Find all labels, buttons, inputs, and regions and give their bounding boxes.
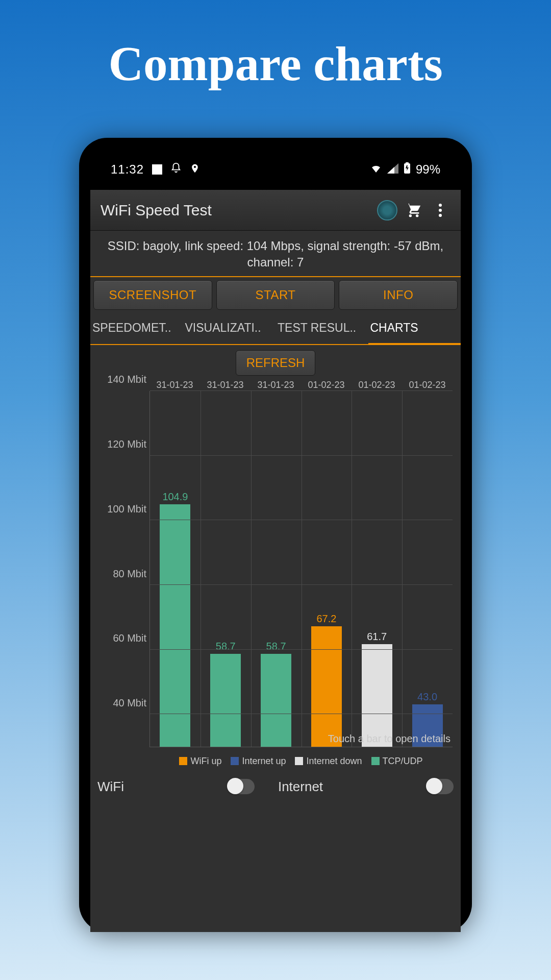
overflow-menu-button[interactable] bbox=[427, 197, 454, 224]
start-button[interactable]: START bbox=[216, 280, 335, 310]
signal-icon bbox=[387, 162, 398, 177]
x-axis-label: 01-02-23 bbox=[301, 380, 352, 390]
content-area: SSID: bagoly, link speed: 104 Mbps, sign… bbox=[90, 231, 461, 932]
wifi-toggle[interactable] bbox=[228, 779, 255, 794]
more-vert-icon bbox=[439, 204, 442, 217]
battery-percent: 99% bbox=[416, 162, 440, 177]
legend-wifi-up: WiFi up bbox=[179, 756, 221, 767]
x-axis-label: 01-02-23 bbox=[352, 380, 402, 390]
y-axis-tick: 120 Mbit bbox=[107, 438, 146, 450]
y-axis-tick: 140 Mbit bbox=[107, 373, 146, 385]
svg-rect-1 bbox=[406, 162, 409, 164]
status-time: 11:32 bbox=[111, 162, 144, 177]
x-axis-label: 31-01-23 bbox=[149, 380, 200, 390]
y-axis-tick: 80 Mbit bbox=[113, 568, 146, 579]
svg-point-3 bbox=[439, 209, 442, 212]
legend-label: WiFi up bbox=[190, 756, 221, 767]
chart-legend: WiFi up Internet up Internet down TCP/UD… bbox=[149, 756, 453, 767]
internet-toggle[interactable] bbox=[427, 779, 454, 794]
bar-wifi_up[interactable]: 67.2 bbox=[311, 626, 342, 747]
bar-slot[interactable]: 67.2 bbox=[301, 391, 352, 747]
legend-label: Internet up bbox=[242, 756, 286, 767]
bar-tcp_udp[interactable]: 58.7 bbox=[210, 654, 241, 747]
bar-value-label: 58.7 bbox=[216, 641, 236, 652]
svg-point-2 bbox=[439, 204, 442, 207]
bar-tcp_udp[interactable]: 104.9 bbox=[160, 504, 190, 747]
tab-row: SPEEDOMET.. VISUALIZATI.. TEST RESUL.. C… bbox=[90, 313, 461, 345]
x-axis-label: 01-02-23 bbox=[402, 380, 453, 390]
legend-tcp-udp: TCP/UDP bbox=[371, 756, 423, 767]
tab-visualization[interactable]: VISUALIZATI.. bbox=[183, 313, 276, 344]
chart-hint: Touch a bar to open details bbox=[328, 733, 450, 745]
toggle-row: WiFi Internet bbox=[90, 770, 461, 804]
connection-info: SSID: bagoly, link speed: 104 Mbps, sign… bbox=[90, 231, 461, 277]
bar-value-label: 61.7 bbox=[367, 631, 387, 643]
location-icon bbox=[190, 162, 200, 177]
bar-value-label: 58.7 bbox=[266, 641, 286, 652]
cart-icon bbox=[406, 202, 422, 218]
chart[interactable]: 31-01-2331-01-2331-01-2301-02-2301-02-23… bbox=[94, 382, 457, 770]
bar-slot[interactable]: 61.7 bbox=[352, 391, 402, 747]
phone-frame: 11:32 99% bbox=[79, 138, 472, 932]
bar-slot[interactable]: 43.0 bbox=[402, 391, 453, 747]
bar-slot[interactable]: 104.9 bbox=[150, 391, 201, 747]
cart-button[interactable] bbox=[400, 197, 427, 224]
y-axis-tick: 100 Mbit bbox=[107, 503, 146, 514]
status-bar: 11:32 99% bbox=[90, 149, 461, 190]
screenshot-button[interactable]: SCREENSHOT bbox=[93, 280, 212, 310]
bar-value-label: 67.2 bbox=[316, 613, 336, 625]
settings-gear-button[interactable] bbox=[374, 197, 400, 224]
svg-point-4 bbox=[439, 214, 442, 217]
app-title: WiFi Speed Test bbox=[101, 202, 374, 219]
wifi-icon bbox=[370, 162, 382, 177]
tab-speedometer[interactable]: SPEEDOMET.. bbox=[90, 313, 183, 344]
battery-icon bbox=[404, 162, 411, 177]
info-button[interactable]: INFO bbox=[339, 280, 458, 310]
tab-test-results[interactable]: TEST RESUL.. bbox=[276, 313, 368, 344]
gear-icon bbox=[377, 200, 397, 220]
y-axis-tick: 60 Mbit bbox=[113, 632, 146, 644]
refresh-button[interactable]: REFRESH bbox=[236, 350, 316, 376]
app-bar: WiFi Speed Test bbox=[90, 190, 461, 231]
action-button-row: SCREENSHOT START INFO bbox=[90, 277, 461, 313]
bar-slot[interactable]: 58.7 bbox=[251, 391, 302, 747]
bar-value-label: 104.9 bbox=[162, 491, 188, 503]
wifi-toggle-label: WiFi bbox=[97, 779, 124, 795]
y-axis-tick: 40 Mbit bbox=[113, 697, 146, 709]
tab-charts[interactable]: CHARTS bbox=[368, 313, 461, 345]
phone-screen: 11:32 99% bbox=[90, 149, 461, 932]
legend-internet-down: Internet down bbox=[295, 756, 362, 767]
square-icon bbox=[152, 164, 162, 175]
internet-toggle-label: Internet bbox=[278, 779, 323, 795]
legend-internet-up: Internet up bbox=[231, 756, 286, 767]
legend-label: Internet down bbox=[306, 756, 362, 767]
legend-label: TCP/UDP bbox=[383, 756, 423, 767]
promo-title: Compare charts bbox=[0, 0, 551, 92]
bar-internet_down[interactable]: 61.7 bbox=[362, 644, 392, 747]
bar-slot[interactable]: 58.7 bbox=[201, 391, 251, 747]
x-axis-label: 31-01-23 bbox=[251, 380, 301, 390]
x-axis-label: 31-01-23 bbox=[200, 380, 251, 390]
bar-value-label: 43.0 bbox=[417, 691, 437, 703]
bar-tcp_udp[interactable]: 58.7 bbox=[261, 654, 291, 747]
bell-icon bbox=[170, 162, 182, 177]
